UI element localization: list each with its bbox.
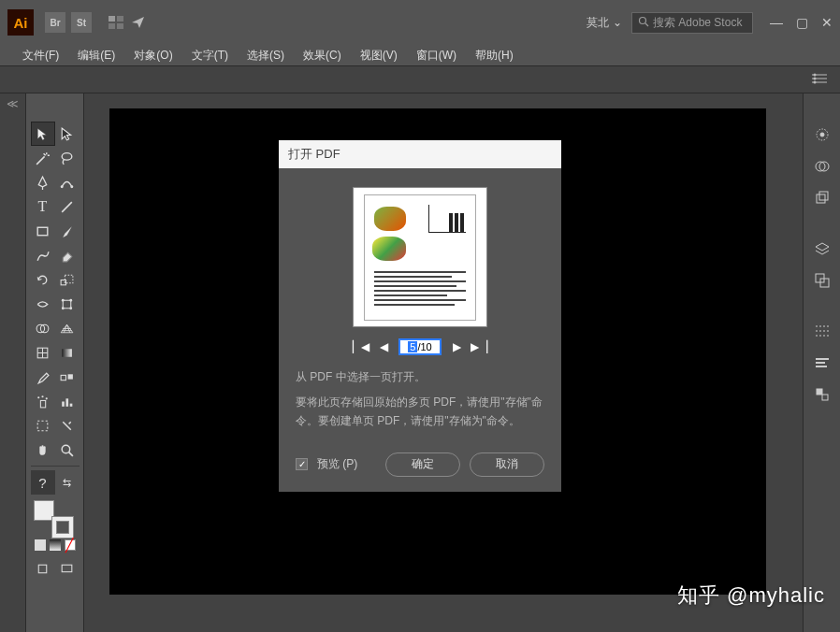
preview-checkbox-label: 预览 (P) bbox=[317, 456, 357, 472]
next-page-button[interactable]: ▶ bbox=[449, 339, 464, 354]
dialog-hint: 要将此页存储回原始的多页 PDF，请使用"存储"命令。要创建单页 PDF，请使用… bbox=[296, 394, 544, 429]
page-navigator: ▏◀ ◀ 5/10 ▶ ▶▕ bbox=[296, 338, 544, 355]
last-page-button[interactable]: ▶▕ bbox=[471, 339, 486, 354]
first-page-button[interactable]: ▏◀ bbox=[354, 339, 369, 354]
cancel-button[interactable]: 取消 bbox=[470, 452, 544, 477]
watermark-text: 知乎 @myhalic bbox=[677, 582, 825, 610]
open-pdf-dialog: 打开 PDF bbox=[279, 140, 561, 492]
page-number-input[interactable]: 5/10 bbox=[398, 338, 442, 355]
current-page: 5 bbox=[408, 341, 417, 352]
ok-button[interactable]: 确定 bbox=[385, 452, 460, 477]
preview-checkbox[interactable]: ✓ bbox=[296, 458, 308, 470]
pdf-page-preview bbox=[353, 187, 487, 327]
total-pages: /10 bbox=[417, 341, 431, 352]
dialog-instruction: 从 PDF 中选择一页打开。 bbox=[296, 368, 544, 386]
modal-overlay: 打开 PDF bbox=[0, 0, 840, 632]
dialog-title: 打开 PDF bbox=[279, 140, 561, 168]
prev-page-button[interactable]: ◀ bbox=[376, 339, 391, 354]
